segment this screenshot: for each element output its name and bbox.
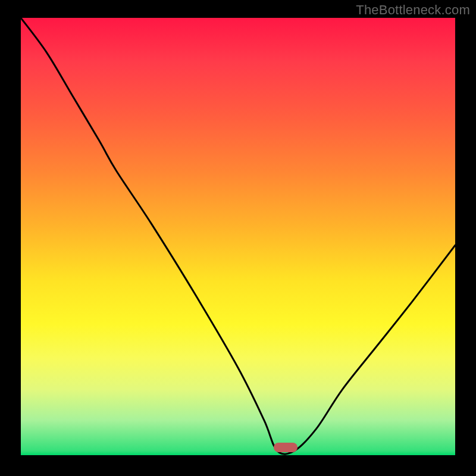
plot-area (21, 18, 455, 455)
chart-frame: TheBottleneck.com (0, 0, 476, 476)
optimal-point-marker (274, 443, 298, 452)
curve-path (21, 18, 455, 454)
bottleneck-curve (21, 18, 455, 455)
watermark-text: TheBottleneck.com (356, 2, 470, 18)
